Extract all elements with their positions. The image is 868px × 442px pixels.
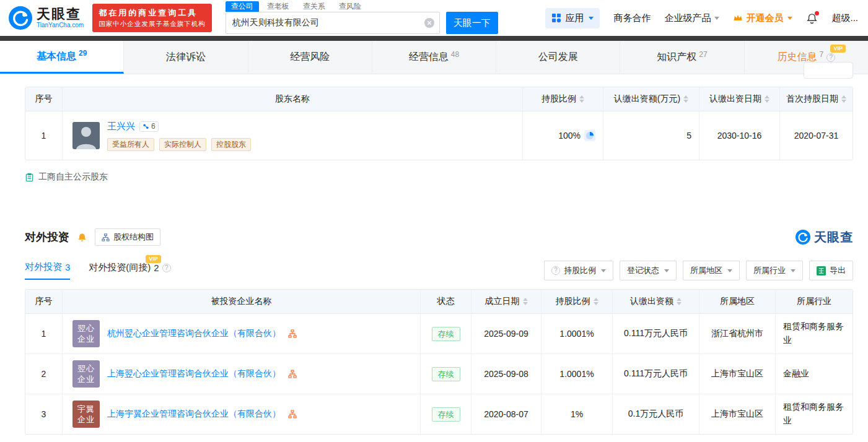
tab-business-info[interactable]: 经营信息 48 bbox=[372, 41, 496, 74]
logo-text: 天眼查 TianYanCha.com bbox=[37, 7, 84, 29]
col-label: 首次持股日期 bbox=[786, 93, 838, 105]
col-holding-ratio-sort[interactable]: 持股比例 bbox=[541, 290, 613, 313]
equity-structure-icon[interactable] bbox=[288, 410, 297, 418]
nav-enterprise-products[interactable]: 企业级产品 bbox=[664, 12, 719, 24]
filter-industry[interactable]: 所属行业 bbox=[746, 261, 803, 280]
filter-registration-status[interactable]: 登记状态 bbox=[620, 261, 677, 280]
col-ratio-sort[interactable]: 持股比例 bbox=[523, 87, 603, 111]
subscribe-bell-icon[interactable] bbox=[77, 232, 87, 243]
company-name-link[interactable]: 上海翌心企业管理咨询合伙企业（有限合伙） bbox=[107, 368, 281, 379]
shareholders-table-header: 序号 股东名称 持股比例 认缴出资额(万元) 认缴出资日期 首次持股日期 bbox=[25, 87, 853, 111]
sort-icon bbox=[594, 298, 598, 305]
chevron-down-icon bbox=[791, 269, 796, 272]
holding-ratio-cell: 1.0001% bbox=[541, 354, 613, 394]
logo-title: 天眼查 bbox=[37, 7, 84, 22]
ratio-pie-icon[interactable] bbox=[584, 130, 595, 141]
shareholder-info: 王兴兴 6 受益所有人 实际控制人 控股股东 bbox=[107, 121, 251, 151]
enterprise-label: 企业级产品 bbox=[664, 12, 711, 24]
ratio-cell: 100% bbox=[523, 111, 603, 160]
sort-icon bbox=[677, 298, 682, 305]
col-industry: 所属行业 bbox=[776, 290, 853, 313]
search-input[interactable] bbox=[226, 12, 440, 34]
company-name-link[interactable]: 上海宇翼企业管理咨询合伙企业（有限合伙） bbox=[107, 409, 281, 420]
col-subscribed-amount-sort[interactable]: 认缴出资额 bbox=[613, 290, 699, 313]
help-icon[interactable]: ? bbox=[826, 53, 835, 62]
filter-holding-ratio[interactable]: ? 持股比例 bbox=[544, 261, 613, 280]
col-label: 成立日期 bbox=[485, 296, 520, 307]
promo-line2: 国家中小企业发展子基金旗下机构 bbox=[99, 19, 206, 28]
tab-label: 法律诉讼 bbox=[166, 51, 206, 64]
dark-divider bbox=[0, 36, 868, 41]
export-button[interactable]: 导出 bbox=[809, 261, 853, 280]
tab-operating-risk[interactable]: 经营风险 bbox=[248, 41, 372, 74]
row-index: 3 bbox=[25, 394, 63, 434]
investment-subtabs: 对外投资 3 VIP 对外投资(间接) 2 ? bbox=[25, 261, 171, 280]
region-cell: 上海市宝山区 bbox=[699, 354, 776, 394]
col-subscribed-amount-sort[interactable]: 认缴出资额(万元) bbox=[603, 87, 699, 111]
chevron-down-icon bbox=[714, 17, 719, 20]
org-chart-icon bbox=[102, 233, 110, 241]
filter-region[interactable]: 所属地区 bbox=[683, 261, 740, 280]
search-tab-relation[interactable]: 查关系 bbox=[297, 1, 331, 12]
network-icon bbox=[142, 123, 149, 130]
industry-cell: 租赁和商务服务业 bbox=[776, 394, 853, 434]
nav-business-cooperation[interactable]: 商务合作 bbox=[613, 12, 651, 24]
tab-company-development[interactable]: 公司发展 bbox=[496, 41, 620, 74]
col-first-holding-date-sort[interactable]: 首次持股日期 bbox=[780, 87, 853, 111]
search-tab-company[interactable]: 查公司 bbox=[226, 1, 259, 12]
shareholder-tags: 受益所有人 实际控制人 控股股东 bbox=[107, 138, 251, 151]
industry-cell: 金融业 bbox=[776, 354, 853, 394]
search-tab-boss[interactable]: 查老板 bbox=[261, 1, 295, 12]
nav-open-membership[interactable]: 开通会员 bbox=[733, 12, 792, 24]
promo-line1: 都在用的商业查询工具 bbox=[99, 8, 206, 18]
sort-icon bbox=[765, 95, 769, 103]
filter-label: 持股比例 bbox=[564, 265, 596, 276]
shareholder-avatar[interactable] bbox=[72, 122, 100, 149]
tab-label: 经营风险 bbox=[290, 51, 330, 64]
tianyancha-logo[interactable]: 天眼查 TianYanCha.com bbox=[9, 6, 84, 30]
subtab-direct-investment[interactable]: 对外投资 3 bbox=[25, 261, 70, 280]
company-logo: 翌心企业 bbox=[72, 360, 100, 388]
notifications-bell[interactable] bbox=[806, 12, 818, 24]
investment-row: 2 翌心企业 上海翌心企业管理咨询合伙企业（有限合伙） 存续 2025-09-0… bbox=[25, 354, 853, 394]
tianyancha-watermark-icon bbox=[796, 230, 810, 245]
equity-structure-icon[interactable] bbox=[288, 329, 297, 338]
subtab-count: 2 bbox=[154, 262, 159, 273]
shareholder-row: 1 王兴兴 6 受益所有人 实际控制人 bbox=[25, 111, 853, 160]
investment-subtab-row: 对外投资 3 VIP 对外投资(间接) 2 ? ? 持股比例 登记状态 bbox=[25, 261, 853, 280]
tag-controlling-shareholder: 控股股东 bbox=[211, 138, 251, 151]
equity-structure-icon[interactable] bbox=[288, 370, 297, 378]
col-label: 认缴出资额(万元) bbox=[614, 93, 680, 105]
company-logo: 宇翼企业 bbox=[72, 401, 100, 428]
shareholder-name-link[interactable]: 王兴兴 bbox=[107, 121, 135, 132]
col-established-date-sort[interactable]: 成立日期 bbox=[471, 290, 541, 313]
region-cell: 浙江省杭州市 bbox=[699, 314, 776, 353]
section-title: 对外投资 bbox=[25, 230, 69, 245]
holding-ratio-cell: 1.0001% bbox=[541, 314, 613, 353]
tab-label: 公司发展 bbox=[538, 51, 578, 64]
holding-ratio-cell: 1% bbox=[541, 394, 613, 434]
col-subscribed-date-sort[interactable]: 认缴出资日期 bbox=[699, 87, 780, 111]
chevron-down-icon bbox=[664, 269, 669, 272]
col-label: 认缴出资额 bbox=[630, 296, 673, 307]
tab-count: 27 bbox=[699, 50, 707, 59]
apps-menu[interactable]: 应用 bbox=[545, 8, 600, 28]
tianyancha-logo-icon bbox=[9, 6, 32, 30]
tab-intellectual-property[interactable]: 知识产权 27 bbox=[620, 41, 744, 74]
search-tab-risk[interactable]: 查风险 bbox=[333, 1, 367, 12]
partial-floating-button[interactable] bbox=[804, 62, 853, 79]
search-button[interactable]: 天眼一下 bbox=[446, 12, 498, 34]
subtab-indirect-investment[interactable]: VIP 对外投资(间接) 2 ? bbox=[89, 262, 170, 279]
help-icon[interactable]: ? bbox=[162, 264, 171, 272]
tab-label: 经营信息 bbox=[409, 51, 449, 64]
industry-cell: 租赁和商务服务业 bbox=[776, 314, 853, 353]
nav-super-vip[interactable]: 超级... bbox=[831, 12, 858, 24]
tab-basic-info[interactable]: 基本信息 29 bbox=[0, 41, 124, 74]
clear-search-icon[interactable] bbox=[424, 18, 434, 28]
company-name-link[interactable]: 杭州翌心企业管理咨询合伙企业（有限合伙） bbox=[107, 328, 281, 339]
equity-structure-button[interactable]: 股权结构图 bbox=[95, 228, 160, 246]
vip-badge: VIP bbox=[830, 45, 846, 53]
public-shareholders-link[interactable]: 工商自主公示股东 bbox=[25, 171, 853, 183]
tab-legal-proceedings[interactable]: 法律诉讼 bbox=[124, 41, 248, 74]
related-companies-badge[interactable]: 6 bbox=[139, 121, 159, 132]
